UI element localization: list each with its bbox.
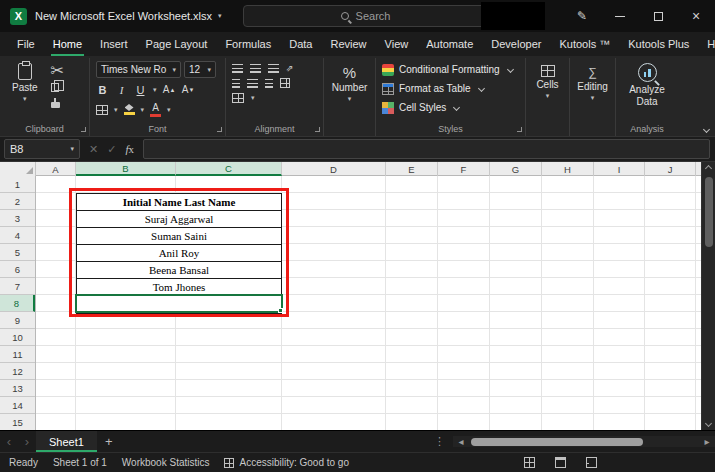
row-header-1[interactable]: 1 [0,176,35,193]
ribbon-tab-file[interactable]: File [8,32,44,56]
horizontal-scroll-thumb[interactable] [471,438,643,446]
row-header-12[interactable]: 12 [0,363,35,380]
align-right-icon[interactable] [265,79,273,88]
decrease-font-button[interactable]: A▼ [182,82,195,97]
align-bottom-icon[interactable] [268,64,279,73]
row-header-8[interactable]: 8 [0,295,35,312]
sheet-options-icon[interactable]: ⋮ [426,435,453,448]
row-header-15[interactable]: 15 [0,414,35,430]
ribbon-tab-automate[interactable]: Automate [417,32,482,56]
page-layout-view-icon[interactable] [555,457,566,468]
scroll-left-icon[interactable]: ◂ [453,436,469,447]
align-left-icon[interactable] [232,79,240,88]
fill-handle[interactable] [278,308,283,313]
merge-center-icon[interactable] [232,93,244,103]
editing-button[interactable]: ∑ Editing ▾ [576,61,609,102]
formula-input[interactable] [143,139,710,159]
vertical-scrollbar[interactable] [701,162,715,430]
ribbon-tab-developer[interactable]: Developer [482,32,550,56]
select-all-corner[interactable] [0,162,36,176]
underline-caret-icon[interactable]: ▾ [153,86,157,94]
vertical-scroll-thumb[interactable] [705,177,713,247]
column-header-d[interactable]: D [282,162,386,176]
ribbon-tab-page-layout[interactable]: Page Layout [137,32,217,56]
active-cell-selection[interactable] [75,294,283,313]
collapse-ribbon-icon[interactable] [703,126,710,133]
close-button[interactable]: × [677,0,715,32]
paste-button[interactable]: Paste ▾ [6,61,44,111]
page-break-view-icon[interactable] [586,457,597,468]
ribbon-display-options-icon[interactable]: ✎ [563,0,601,32]
table-name-cell[interactable]: Suraj Aggarwal [77,211,281,228]
bold-button[interactable]: B [96,82,109,97]
title-caret-icon[interactable]: ▾ [218,12,222,20]
ribbon-tab-review[interactable]: Review [321,32,375,56]
normal-view-icon[interactable] [524,457,535,468]
clipboard-dialog-launcher-icon[interactable] [81,127,86,132]
analyze-data-button[interactable]: Analyze Data [622,61,672,109]
cells-button[interactable]: Cells ▾ [532,61,563,100]
row-header-2[interactable]: 2 [0,193,35,210]
maximize-button[interactable] [639,0,677,32]
accessibility-status[interactable]: Accessibility: Good to go [224,457,349,468]
underline-button[interactable]: U [134,82,147,97]
font-name-combo[interactable]: Times New Ro▾ [96,61,181,78]
conditional-formatting-button[interactable]: Conditional Formatting [382,61,519,78]
ribbon-tab-insert[interactable]: Insert [91,32,137,56]
cancel-icon[interactable]: ✕ [89,143,98,156]
sheet-tab-sheet1[interactable]: Sheet1 [36,431,97,452]
ribbon-tab-home[interactable]: Home [44,32,91,56]
scroll-down-icon[interactable] [702,417,715,430]
column-header-b[interactable]: B [76,162,176,176]
row-header-5[interactable]: 5 [0,244,35,261]
column-header-g[interactable]: G [490,162,542,176]
prev-sheet-icon[interactable]: ‹ [0,434,18,449]
align-center-icon[interactable] [247,79,258,88]
row-header-6[interactable]: 6 [0,261,35,278]
new-sheet-button[interactable]: + [97,434,121,449]
name-box[interactable]: B8 ▾ [4,139,80,159]
worksheet-grid[interactable]: ABCDEFGHIJ123456789101112131415Initial N… [0,162,701,430]
ribbon-tab-kutools-plus[interactable]: Kutools Plus [619,32,698,56]
borders-icon[interactable] [96,105,108,115]
enter-icon[interactable]: ✓ [107,143,116,156]
increase-font-button[interactable]: A▲ [163,82,176,97]
align-top-icon[interactable] [232,64,243,73]
ribbon-tab-view[interactable]: View [376,32,418,56]
copy-button[interactable] [51,81,64,94]
table-name-cell[interactable]: Beena Bansal [77,262,281,279]
column-header-e[interactable]: E [386,162,438,176]
table-name-cell[interactable]: Suman Saini [77,228,281,245]
cut-button[interactable]: ✂ [51,64,64,77]
ribbon-tab-data[interactable]: Data [280,32,321,56]
table-header-cell[interactable]: Initial Name Last Name [77,194,281,211]
scroll-up-icon[interactable] [702,162,715,175]
row-header-4[interactable]: 4 [0,227,35,244]
format-painter-button[interactable] [51,98,64,111]
merge-caret-icon[interactable]: ▾ [251,94,255,102]
scroll-right-icon[interactable]: ▸ [699,436,715,447]
align-middle-icon[interactable] [250,64,261,73]
column-header-a[interactable]: A [36,162,76,176]
column-header-h[interactable]: H [542,162,594,176]
italic-button[interactable]: I [115,82,128,97]
row-header-3[interactable]: 3 [0,210,35,227]
alignment-dialog-launcher-icon[interactable] [315,127,320,132]
font-size-combo[interactable]: 12▾ [184,61,216,78]
column-header-j[interactable]: J [645,162,696,176]
row-header-7[interactable]: 7 [0,278,35,295]
wrap-text-icon[interactable] [280,78,290,88]
row-header-14[interactable]: 14 [0,397,35,414]
styles-dialog-launcher-icon[interactable] [517,127,522,132]
workbook-statistics-button[interactable]: Workbook Statistics [122,457,210,468]
ribbon-tab-kutools[interactable]: Kutools ™ [550,32,619,56]
fill-color-button[interactable] [124,104,135,115]
column-header-i[interactable]: I [594,162,645,176]
orientation-icon[interactable]: ⇗ [286,63,294,73]
cell-styles-button[interactable]: Cell Styles [382,99,519,116]
ribbon-tab-formulas[interactable]: Formulas [216,32,280,56]
search-box[interactable]: Search [243,5,488,27]
font-color-button[interactable]: A [150,103,161,117]
column-header-c[interactable]: C [176,162,282,176]
row-header-11[interactable]: 11 [0,346,35,363]
